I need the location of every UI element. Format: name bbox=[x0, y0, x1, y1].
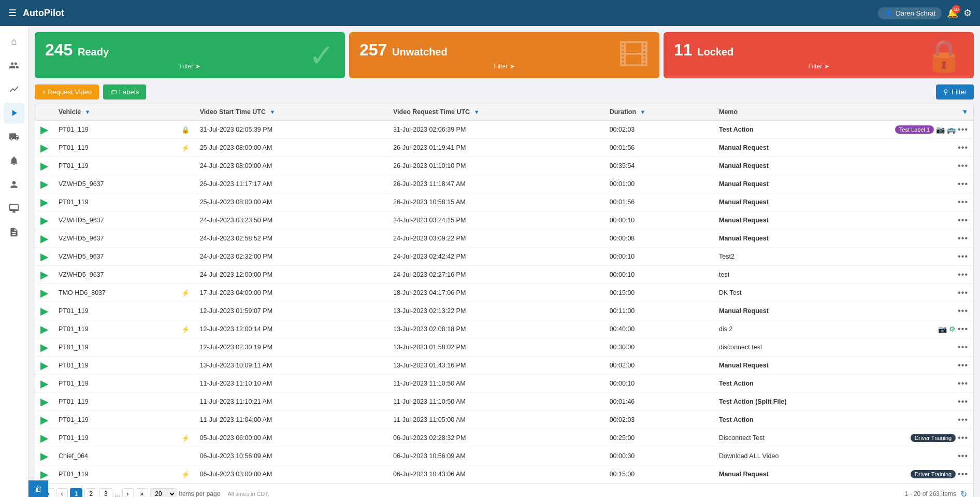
play-button[interactable]: ▶ bbox=[40, 124, 48, 135]
duration-cell: 00:00:30 bbox=[604, 447, 703, 465]
play-cell: ▶ bbox=[35, 120, 53, 139]
more-options-button[interactable]: ••• bbox=[958, 415, 968, 424]
sidebar-item-monitor[interactable] bbox=[4, 198, 24, 219]
play-cell: ▶ bbox=[35, 393, 53, 411]
toolbar: + Request Video 🏷 Labels ⚲ Filter bbox=[35, 84, 974, 100]
sidebar-item-users[interactable] bbox=[4, 55, 24, 76]
unwatched-icon: 🎞 bbox=[618, 37, 649, 73]
play-button[interactable]: ▶ bbox=[40, 323, 48, 335]
flag-cell: ⚡ bbox=[176, 320, 195, 338]
more-options-button[interactable]: ••• bbox=[958, 161, 968, 171]
play-button[interactable]: ▶ bbox=[40, 450, 48, 462]
duration-cell: 00:11:00 bbox=[604, 302, 703, 320]
page-3-button[interactable]: 3 bbox=[99, 488, 112, 497]
more-options-button[interactable]: ••• bbox=[958, 252, 968, 261]
per-page-select[interactable]: 20 50 100 bbox=[150, 488, 177, 497]
next-page-button[interactable]: › bbox=[122, 488, 134, 497]
more-options-button[interactable]: ••• bbox=[958, 179, 968, 189]
play-button[interactable]: ▶ bbox=[40, 432, 48, 444]
vehicle-cell: PT01_119 bbox=[53, 302, 176, 320]
more-options-button[interactable]: ••• bbox=[958, 288, 968, 297]
last-page-button[interactable]: » bbox=[136, 488, 149, 497]
vehicle-cell: PT01_119 bbox=[53, 429, 176, 447]
stat-filter-locked[interactable]: Filter ➤ bbox=[674, 63, 963, 70]
sidebar-item-activity[interactable] bbox=[4, 79, 24, 100]
prev-page-button[interactable]: ‹ bbox=[56, 488, 68, 497]
play-button[interactable]: ▶ bbox=[40, 468, 48, 480]
play-button[interactable]: ▶ bbox=[40, 305, 48, 317]
user-menu[interactable]: 👤 Daren Schrat bbox=[878, 7, 942, 19]
play-button[interactable]: ▶ bbox=[40, 342, 48, 353]
start-time-cell: 25-Jul-2023 08:00:00 AM bbox=[195, 139, 378, 157]
more-options-button[interactable]: ••• bbox=[958, 361, 968, 370]
actions-cell: ••• bbox=[880, 375, 973, 393]
settings-button[interactable]: ⚙ bbox=[963, 7, 972, 19]
flag-cell bbox=[176, 393, 195, 411]
flag-cell bbox=[176, 248, 195, 266]
filter-button[interactable]: ⚲ Filter bbox=[936, 84, 974, 100]
duration-cell: 00:15:00 bbox=[604, 465, 703, 484]
sidebar-item-fleet[interactable] bbox=[4, 126, 24, 147]
request-time-cell: 11-Jul-2023 11:05:00 AM bbox=[388, 411, 594, 429]
request-video-button[interactable]: + Request Video bbox=[35, 84, 99, 100]
play-button[interactable]: ▶ bbox=[40, 142, 48, 153]
play-cell: ▶ bbox=[35, 139, 53, 157]
stat-unwatched[interactable]: 257 Unwatched Filter ➤ 🎞 bbox=[349, 32, 659, 78]
col-sep1 bbox=[378, 104, 388, 120]
play-button[interactable]: ▶ bbox=[40, 360, 48, 371]
more-options-button[interactable]: ••• bbox=[958, 433, 968, 443]
refresh-icon[interactable]: ↻ bbox=[960, 489, 967, 498]
stat-filter-ready[interactable]: Filter ➤ bbox=[45, 63, 335, 70]
vehicle-cell: PT01_119 bbox=[53, 139, 176, 157]
play-button[interactable]: ▶ bbox=[40, 396, 48, 407]
stat-filter-unwatched[interactable]: Filter ➤ bbox=[359, 63, 649, 70]
more-options-button[interactable]: ••• bbox=[958, 143, 968, 152]
bottom-action-bar[interactable]: 🗑 bbox=[28, 480, 48, 497]
page-2-button[interactable]: 2 bbox=[84, 488, 97, 497]
stat-ready[interactable]: 245 Ready Filter ➤ ✓ bbox=[35, 32, 345, 78]
sidebar-item-profile[interactable] bbox=[4, 174, 24, 195]
vehicle-cell: VZWHD5_9637 bbox=[53, 266, 176, 284]
more-options-button[interactable]: ••• bbox=[958, 324, 968, 334]
more-options-button[interactable]: ••• bbox=[958, 125, 968, 134]
flag-cell bbox=[176, 157, 195, 175]
stat-locked[interactable]: 11 Locked Filter ➤ 🔒 bbox=[664, 32, 974, 78]
play-button[interactable]: ▶ bbox=[40, 251, 48, 262]
table-row: ▶ PT01_119 ⚡ 12-Jul-2023 12:00:14 PM 13-… bbox=[35, 320, 973, 338]
more-options-button[interactable]: ••• bbox=[958, 197, 968, 207]
more-options-button[interactable]: ••• bbox=[958, 216, 968, 225]
play-button[interactable]: ▶ bbox=[40, 196, 48, 208]
more-options-button[interactable]: ••• bbox=[958, 343, 968, 352]
sidebar-item-reports[interactable] bbox=[4, 222, 24, 243]
table-body: ▶ PT01_119 🔒 31-Jul-2023 02:05:39 PM 31-… bbox=[35, 120, 973, 484]
play-button[interactable]: ▶ bbox=[40, 160, 48, 172]
vehicle-cell: PT01_119 bbox=[53, 411, 176, 429]
page-1-button[interactable]: 1 bbox=[70, 488, 83, 497]
sidebar-item-settings[interactable] bbox=[4, 150, 24, 171]
menu-icon[interactable]: ☰ bbox=[8, 7, 17, 19]
play-button[interactable]: ▶ bbox=[40, 269, 48, 280]
notification-button[interactable]: 🔔 10 bbox=[947, 7, 958, 19]
play-button[interactable]: ▶ bbox=[40, 233, 48, 244]
filter-icon: ⚲ bbox=[943, 88, 948, 96]
play-button[interactable]: ▶ bbox=[40, 378, 48, 389]
flag-cell: ⚡ bbox=[176, 139, 195, 157]
more-options-button[interactable]: ••• bbox=[958, 270, 968, 279]
more-options-button[interactable]: ••• bbox=[958, 234, 968, 243]
sidebar-item-home[interactable]: ⌂ bbox=[4, 31, 24, 52]
play-button[interactable]: ▶ bbox=[40, 287, 48, 299]
duration-cell: 00:00:10 bbox=[604, 375, 703, 393]
more-options-button[interactable]: ••• bbox=[958, 306, 968, 316]
play-button[interactable]: ▶ bbox=[40, 414, 48, 425]
labels-button[interactable]: 🏷 Labels bbox=[103, 84, 146, 100]
start-time-cell: 05-Jul-2023 06:00:00 AM bbox=[195, 429, 378, 447]
play-button[interactable]: ▶ bbox=[40, 178, 48, 190]
more-options-button[interactable]: ••• bbox=[958, 470, 968, 479]
more-options-button[interactable]: ••• bbox=[958, 451, 968, 461]
sidebar-item-video[interactable] bbox=[4, 103, 24, 123]
more-options-button[interactable]: ••• bbox=[958, 379, 968, 388]
more-options-button[interactable]: ••• bbox=[958, 397, 968, 406]
play-button[interactable]: ▶ bbox=[40, 215, 48, 226]
actions-cell: Test Label 1📷🚌••• bbox=[880, 120, 973, 139]
header: ☰ AutoPilot 👤 Daren Schrat 🔔 10 ⚙ bbox=[0, 0, 980, 26]
